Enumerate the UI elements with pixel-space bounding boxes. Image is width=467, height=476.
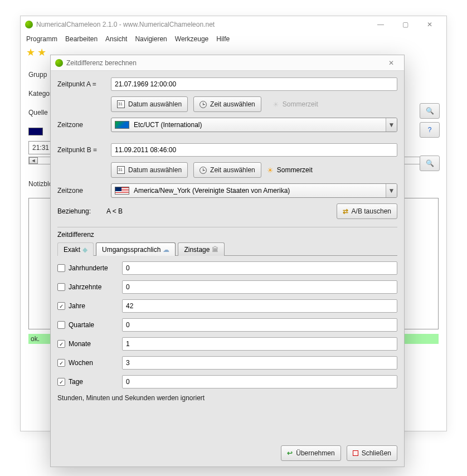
diamond-icon: ◆ <box>82 246 87 254</box>
cloud-icon: ☁ <box>163 246 169 254</box>
app-icon <box>55 59 63 67</box>
select-date-a-button[interactable]: Datum auswählen <box>111 96 188 112</box>
diff-value-text: 0 <box>126 283 130 291</box>
diff-value-jahrhunderte[interactable]: 0 <box>122 261 397 275</box>
diff-value-monate[interactable]: 1 <box>122 337 397 351</box>
input-zeitpunkt-b[interactable]: 11.09.2011 08:46:00 <box>111 143 397 157</box>
sommerzeit-b: ☀Sommerzeit <box>267 166 313 174</box>
diff-row: Quartale0 <box>57 318 397 332</box>
label-zeitzone-a: Zeitzone <box>57 121 106 129</box>
dialog-titlebar: Zeitdifferenz berechnen ✕ <box>51 55 404 71</box>
dialog-body: Zeitpunkt A = 21.07.1969 12:00:00 Datum … <box>51 71 404 409</box>
help-button[interactable]: ? <box>420 122 440 138</box>
menu-programm[interactable]: Programm <box>26 35 57 43</box>
dialog-footer: ↩Übernehmen Schließen <box>281 445 397 461</box>
calendar-icon <box>117 166 125 174</box>
search-button[interactable]: 🔍 <box>420 103 440 119</box>
checkbox-label: Jahre <box>69 302 85 310</box>
main-titlebar: NumericalChameleon 2.1.0 - www.Numerical… <box>21 16 446 33</box>
checkbox-wochen[interactable]: ✓ <box>57 359 65 367</box>
close-button[interactable]: Schließen <box>347 445 397 461</box>
checkbox-tage[interactable]: ✓ <box>57 378 65 386</box>
maximize-button[interactable]: ▢ <box>393 16 417 33</box>
sommerzeit-label: Sommerzeit <box>277 166 313 174</box>
checkbox-monate[interactable]: ✓ <box>57 340 65 348</box>
select-time-label: Zeit auswählen <box>210 100 255 108</box>
diff-value-text: 42 <box>126 302 133 310</box>
sommerzeit-a-disabled: ☀Sommerzeit <box>267 96 324 112</box>
zone-a-value: Etc/UCT (International) <box>134 121 202 129</box>
tab-zinstage-label: Zinstage <box>184 246 210 254</box>
menu-bearbeiten[interactable]: Bearbeiten <box>65 35 98 43</box>
ignore-note: Stunden, Minuten und Sekunden werden ign… <box>57 394 397 402</box>
clock-icon <box>200 167 207 174</box>
chevron-down-icon: ▼ <box>386 118 397 132</box>
clock-icon <box>200 101 207 108</box>
diff-value-jahrzehnte[interactable]: 0 <box>122 280 397 294</box>
sun-icon: ☀ <box>273 100 279 109</box>
time-value[interactable]: 21:31 <box>28 141 53 154</box>
diff-value-tage[interactable]: 0 <box>122 375 397 388</box>
zone-b-value: America/New_York (Vereinigte Staaten von… <box>134 187 290 195</box>
flag-intl-icon <box>115 121 129 129</box>
tabs: Exakt◆ Umgangssprachlich☁ Zinstage🏛 <box>57 242 397 256</box>
select-date-b-button[interactable]: Datum auswählen <box>111 162 188 178</box>
select-date-label: Datum auswählen <box>128 100 182 108</box>
checkbox-jahrhunderte[interactable] <box>57 264 65 272</box>
timediff-dialog: Zeitdifferenz berechnen ✕ Zeitpunkt A = … <box>50 55 405 467</box>
checkbox-label: Jahrhunderte <box>69 264 108 272</box>
diff-value-jahre[interactable]: 42 <box>122 299 397 313</box>
tab-exakt-label: Exakt <box>64 246 80 254</box>
checkbox-label: Monate <box>69 340 91 348</box>
menubar: Programm Bearbeiten Ansicht Navigieren W… <box>21 33 446 45</box>
checkbox-jahrzehnte[interactable] <box>57 283 65 291</box>
star-icon[interactable]: ★ <box>26 46 35 59</box>
checkbox-label: Wochen <box>69 359 93 367</box>
menu-ansicht[interactable]: Ansicht <box>105 35 127 43</box>
app-title: NumericalChameleon 2.1.0 - www.Numerical… <box>36 21 368 28</box>
menu-werkzeuge[interactable]: Werkzeuge <box>175 35 208 43</box>
diff-value-text: 0 <box>126 321 130 329</box>
value-zeitpunkt-b: 11.09.2011 08:46:00 <box>115 146 176 154</box>
combo-zeitzone-a[interactable]: Etc/UCT (International) ▼ <box>111 118 397 132</box>
select-time-b-button[interactable]: Zeit auswählen <box>193 162 261 178</box>
checkbox-jahre[interactable]: ✓ <box>57 302 65 310</box>
diff-value-wochen[interactable]: 3 <box>122 356 397 370</box>
diff-value-text: 0 <box>126 378 130 386</box>
scroll-left-icon[interactable]: ◄ <box>29 157 38 164</box>
diff-value-text: 0 <box>126 264 130 272</box>
search-button-2[interactable]: 🔍 <box>420 156 440 171</box>
dialog-close-button[interactable]: ✕ <box>383 55 400 71</box>
value-beziehung: A < B <box>106 207 123 215</box>
checkbox-label: Tage <box>69 378 83 386</box>
tab-exakt[interactable]: Exakt◆ <box>57 242 94 256</box>
label-zeitpunkt-b: Zeitpunkt B = <box>57 146 106 154</box>
minimize-button[interactable]: — <box>368 16 393 33</box>
flag-icon <box>28 128 43 135</box>
chevron-down-icon: ▼ <box>386 184 397 197</box>
tab-umgangssprachlich[interactable]: Umgangssprachlich☁ <box>96 242 176 256</box>
bank-icon: 🏛 <box>212 246 218 254</box>
menu-hilfe[interactable]: Hilfe <box>216 35 230 43</box>
combo-zeitzone-b[interactable]: America/New_York (Vereinigte Staaten von… <box>111 183 397 198</box>
select-time-a-button[interactable]: Zeit auswählen <box>193 96 261 112</box>
diff-row: ✓Jahre42 <box>57 299 397 313</box>
menu-navigieren[interactable]: Navigieren <box>135 35 167 43</box>
input-zeitpunkt-a[interactable]: 21.07.1969 12:00:00 <box>111 77 397 91</box>
side-buttons: 🔍 ? 🔍 <box>420 103 440 171</box>
tab-zinstage[interactable]: Zinstage🏛 <box>178 242 225 256</box>
diff-value-quartale[interactable]: 0 <box>122 318 397 332</box>
close-window-button[interactable]: ✕ <box>417 16 442 33</box>
swap-button[interactable]: ⇄A/B tauschen <box>337 203 397 219</box>
diff-row: ✓Monate1 <box>57 337 397 351</box>
star-icon[interactable]: ★ <box>37 46 46 59</box>
close-label: Schließen <box>362 449 391 457</box>
checkbox-quartale[interactable] <box>57 321 65 329</box>
checkbox-label: Quartale <box>69 321 94 329</box>
flag-us-icon <box>115 187 129 195</box>
value-zeitpunkt-a: 21.07.1969 12:00:00 <box>115 80 176 88</box>
diff-value-text: 1 <box>126 340 130 348</box>
app-icon <box>25 21 33 28</box>
apply-button[interactable]: ↩Übernehmen <box>281 445 340 461</box>
label-zeitzone-b: Zeitzone <box>57 187 106 195</box>
